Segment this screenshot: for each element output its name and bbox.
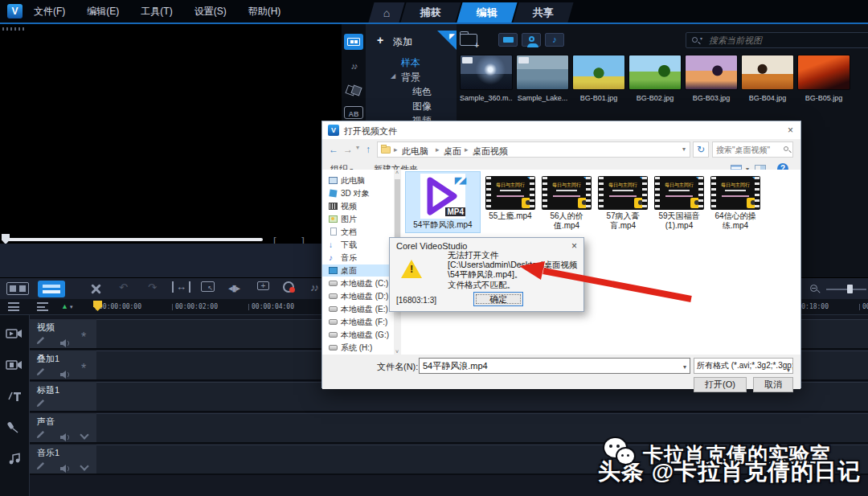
breadcrumb-folder[interactable]: 桌面视频 — [473, 146, 508, 158]
filter-photo-button[interactable] — [522, 33, 541, 47]
tab-edit[interactable]: 编辑 — [457, 2, 517, 23]
breadcrumb-desktop[interactable]: 桌面 — [444, 146, 461, 158]
ripple-edit-icon[interactable] — [36, 461, 45, 470]
file-item[interactable]: 每日与主同行 56人的价值.mp4 — [539, 176, 594, 231]
scrubber-bar[interactable] — [7, 238, 263, 241]
zoom-out-icon[interactable] — [810, 285, 817, 292]
track-manager-icon[interactable] — [8, 302, 19, 311]
track-effect-icon[interactable] — [81, 333, 86, 343]
audio-category-button[interactable] — [344, 58, 363, 74]
tree-documents[interactable]: 文档 — [322, 226, 393, 238]
track-mute-icon[interactable] — [60, 336, 70, 344]
zoom-slider-track[interactable] — [826, 289, 866, 290]
track-header[interactable]: 音乐1 — [30, 445, 96, 475]
add-track-icon[interactable] — [61, 302, 72, 310]
refresh-icon[interactable] — [693, 141, 709, 158]
ripple-edit-icon[interactable] — [36, 399, 45, 408]
redo-icon[interactable]: ↷ — [148, 281, 157, 293]
track-mute-icon[interactable] — [60, 367, 70, 375]
filter-audio-button[interactable] — [545, 33, 564, 47]
tree-disk-f[interactable]: 本地磁盘 (F:) — [322, 316, 393, 328]
track-header[interactable]: 标题1 — [30, 382, 96, 412]
nav-up-icon[interactable]: ↑ — [366, 144, 371, 155]
nav-back-icon[interactable]: ← — [329, 144, 338, 155]
media-item[interactable]: BG-B03.jpg — [685, 55, 738, 102]
media-item[interactable]: BG-B02.jpg — [628, 55, 682, 102]
filetype-combo[interactable]: 所有格式 (*.avi;*.3g2;*.3gp;*.c — [694, 358, 793, 374]
storyboard-view-button[interactable] — [6, 282, 29, 295]
search-icon[interactable] — [692, 37, 698, 43]
voice-track-icon[interactable] — [6, 421, 25, 436]
track-expand-icon[interactable] — [80, 461, 88, 470]
tree-disk-e[interactable]: 本地磁盘 (E:) — [322, 303, 393, 315]
title-track-icon[interactable] — [6, 390, 25, 404]
menu-help[interactable]: 帮助(H) — [248, 5, 281, 18]
menu-file[interactable]: 文件(F) — [34, 5, 65, 18]
video-track-icon[interactable] — [6, 327, 25, 342]
chapter-point-icon[interactable] — [257, 281, 269, 290]
dialog-title-bar[interactable]: 打开视频文件 — [322, 121, 800, 139]
title-category-button[interactable] — [344, 106, 363, 119]
file-item[interactable]: 每日与主同行 59天国福音 (1).mp4 — [652, 176, 706, 231]
tree-system-h[interactable]: 系统 (H:) — [322, 342, 393, 354]
filter-video-button[interactable] — [498, 33, 518, 47]
tree-desktop[interactable]: 桌面 — [322, 264, 393, 277]
sound-mixer-icon[interactable] — [310, 281, 317, 293]
track-list-icon[interactable] — [37, 302, 48, 311]
tree-this-pc[interactable]: 此电脑 — [322, 174, 393, 187]
address-dropdown-icon[interactable] — [682, 146, 686, 153]
file-item[interactable]: 每日与主同行 55上瘾.mp4 — [483, 176, 538, 221]
tree-item-sample[interactable]: 样本 — [401, 56, 420, 70]
tree-3d-objects[interactable]: 3D 对象 — [322, 187, 393, 199]
dialog-close-icon[interactable] — [788, 125, 793, 136]
menu-settings[interactable]: 设置(S) — [194, 5, 227, 18]
voice-track-lane[interactable] — [96, 413, 868, 444]
track-mute-icon[interactable] — [60, 461, 70, 469]
fit-project-icon[interactable]: ↔ — [172, 281, 190, 293]
tree-disk-c[interactable]: 本地磁盘 (C:) — [322, 277, 393, 289]
overlay-track-icon[interactable] — [6, 359, 25, 373]
tree-disk-d[interactable]: 本地磁盘 (D:) — [322, 290, 393, 302]
address-bar[interactable]: 此电脑 桌面 桌面视频 — [377, 141, 690, 158]
breadcrumb-this-pc[interactable]: 此电脑 — [402, 146, 428, 158]
ripple-edit-icon[interactable] — [36, 336, 45, 345]
home-tab[interactable] — [368, 2, 404, 23]
dialog-search-input[interactable] — [716, 144, 780, 155]
tree-videos[interactable]: 视频 — [322, 200, 393, 212]
record-snapshot-icon[interactable] — [201, 281, 215, 292]
tree-item-background[interactable]: 背景 — [401, 71, 420, 84]
open-button[interactable]: 打开(O) — [694, 377, 747, 392]
file-item[interactable]: 每日与主同行 64信心的操练.mp4 — [708, 176, 763, 231]
track-expand-icon[interactable] — [80, 430, 88, 439]
media-item[interactable]: Sample_Lake... — [516, 55, 569, 102]
undo-icon[interactable]: ↶ — [119, 281, 128, 293]
track-header[interactable]: 叠加1 — [30, 350, 96, 381]
track-mute-icon[interactable] — [60, 430, 70, 438]
track-header[interactable]: 声音 — [30, 413, 96, 444]
tree-pictures[interactable]: 图片 — [322, 213, 393, 225]
filename-dropdown-icon[interactable] — [683, 363, 686, 371]
media-category-button[interactable] — [344, 34, 363, 50]
tree-item-solid-color[interactable]: 纯色 — [412, 85, 432, 99]
transition-category-button[interactable] — [344, 82, 363, 98]
tree-disk-g[interactable]: 本地磁盘 (G:) — [322, 329, 393, 341]
library-search-input[interactable] — [709, 33, 868, 47]
file-item[interactable]: 每日与主同行 57病入膏肓.mp4 — [596, 176, 650, 231]
media-item[interactable]: BG-B04.jpg — [741, 55, 794, 102]
track-header[interactable]: 视频 — [30, 319, 96, 350]
record-capture-icon[interactable] — [283, 281, 294, 293]
track-effect-icon[interactable] — [81, 364, 86, 375]
filename-input[interactable] — [423, 360, 672, 371]
split-clip-icon[interactable] — [228, 281, 240, 293]
file-item-selected[interactable]: MP4 54平静风浪.mp4 — [405, 171, 481, 233]
music-track-lane[interactable] — [96, 445, 868, 475]
ripple-edit-icon[interactable] — [36, 430, 45, 439]
nav-history-icon[interactable]: ▾ — [356, 144, 359, 151]
music-track-icon[interactable] — [6, 453, 25, 467]
timeline-view-button[interactable] — [38, 281, 65, 297]
ripple-edit-icon[interactable] — [36, 367, 45, 376]
import-folder-icon[interactable] — [460, 34, 477, 46]
zoom-slider-thumb[interactable] — [847, 285, 853, 293]
tab-share[interactable]: 共享 — [513, 2, 573, 23]
nav-forward-icon[interactable]: → — [343, 144, 353, 155]
